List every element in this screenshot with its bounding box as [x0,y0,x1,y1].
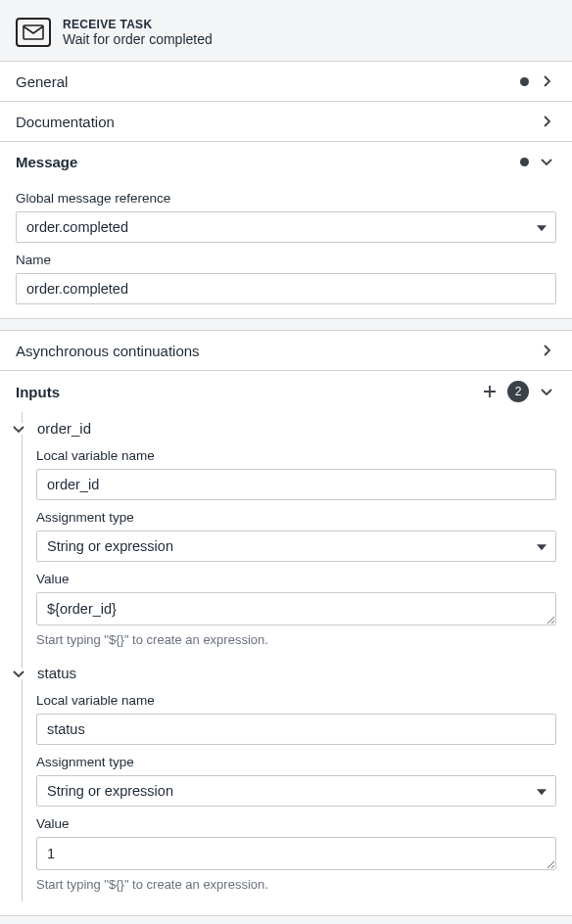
status-dot-icon [520,77,529,86]
input-item-title: order_id [37,420,91,437]
section-label: Message [16,154,512,170]
section-label: Documentation [16,114,529,130]
expression-hint: Start typing "${}" to create an expressi… [36,632,556,647]
input-item-title: status [37,665,76,681]
section-general[interactable]: General [0,62,572,101]
field-label: Assignment type [36,510,556,525]
section-async[interactable]: Asynchronous continuations [0,331,572,370]
field-label: Assignment type [36,755,556,769]
chevron-down-icon [537,152,556,171]
section-divider [0,319,572,331]
input-item: order_id Local variable name Assignment … [22,412,556,657]
chevron-right-icon [537,112,556,131]
field-label: Global message reference [16,191,556,206]
add-input-button[interactable] [480,382,500,401]
envelope-icon [23,24,44,40]
field-label: Name [16,253,556,267]
section-documentation[interactable]: Documentation [0,102,572,141]
assignment-type-select[interactable]: String or expression [36,531,556,562]
task-type-label: RECEIVE TASK [63,18,213,31]
chevron-down-icon [537,382,556,401]
panel-header: RECEIVE TASK Wait for order completed [0,4,572,62]
section-message[interactable]: Message [0,142,572,181]
input-item: status Local variable name Assignment ty… [22,657,556,901]
inputs-count-badge: 2 [507,381,529,402]
field-label: Value [36,572,556,586]
global-message-reference-select[interactable]: order.completed [16,211,556,243]
task-name: Wait for order completed [63,31,213,47]
section-divider [0,916,572,924]
section-label: Inputs [16,384,472,400]
status-dot-icon [520,158,529,166]
chevron-right-icon [537,71,556,91]
local-variable-name-input[interactable] [36,714,556,745]
field-label: Local variable name [36,448,556,463]
receive-task-icon [16,18,51,47]
section-label: General [16,73,512,90]
input-item-header[interactable]: order_id [36,412,556,439]
expression-hint: Start typing "${}" to create an expressi… [36,877,556,892]
field-label: Local variable name [36,693,556,708]
value-input[interactable] [36,837,556,870]
input-item-header[interactable]: status [36,657,556,683]
message-name-input[interactable] [16,273,556,304]
assignment-type-select[interactable]: String or expression [36,775,556,807]
field-label: Value [36,816,556,831]
chevron-down-icon [10,423,27,435]
section-label: Asynchronous continuations [16,343,529,359]
svg-rect-0 [24,25,43,39]
chevron-right-icon [537,341,556,360]
section-inputs[interactable]: Inputs 2 [0,371,572,412]
chevron-down-icon [10,668,27,679]
local-variable-name-input[interactable] [36,469,556,500]
value-input[interactable] [36,592,556,625]
